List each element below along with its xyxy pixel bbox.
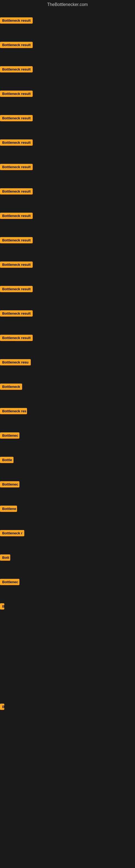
- list-item: Bottleneck r: [0, 530, 24, 537]
- bottleneck-badge[interactable]: Bottleneck result: [0, 335, 33, 341]
- list-item: B: [0, 704, 4, 711]
- list-item: Bottlenec: [0, 481, 19, 489]
- bottleneck-badge[interactable]: Bottleneck result: [0, 42, 33, 48]
- list-item: Bottleneck result: [0, 66, 33, 73]
- list-item: Bottlene: [0, 506, 17, 513]
- bottleneck-badge[interactable]: Bottlenec: [0, 481, 19, 488]
- list-item: Bottle: [0, 457, 13, 464]
- list-item: Bottleneck result: [0, 286, 33, 293]
- bottleneck-badge[interactable]: Bottle: [0, 457, 13, 463]
- bottleneck-badge[interactable]: Bottleneck res: [0, 408, 27, 414]
- bottleneck-badge[interactable]: Bottleneck result: [0, 115, 33, 121]
- list-item: Bottlenec: [0, 432, 19, 440]
- list-item: Bottleneck result: [0, 261, 33, 269]
- list-item: Bottleneck res: [0, 408, 27, 415]
- list-item: Bottlenec: [0, 579, 19, 586]
- list-item: Bottleneck resu: [0, 359, 31, 367]
- bottleneck-badge[interactable]: Bottleneck result: [0, 18, 33, 24]
- bottleneck-badge[interactable]: Bottlenec: [0, 432, 19, 439]
- list-item: Bottleneck result: [0, 335, 33, 342]
- bottleneck-badge[interactable]: Bott: [0, 554, 10, 561]
- list-item: Bottleneck result: [0, 188, 33, 195]
- bottleneck-badge[interactable]: Bottleneck result: [0, 286, 33, 292]
- bottleneck-badge[interactable]: Bottleneck result: [0, 213, 33, 219]
- bottleneck-badge[interactable]: Bottleneck result: [0, 310, 33, 316]
- list-item: Bottleneck result: [0, 115, 33, 122]
- list-item: Bottleneck result: [0, 18, 33, 25]
- bottleneck-badge[interactable]: Bottleneck result: [0, 140, 33, 146]
- bottleneck-badge[interactable]: Bottleneck result: [0, 188, 33, 194]
- list-item: Bott: [0, 554, 10, 562]
- list-item: Bottleneck result: [0, 237, 33, 244]
- list-item: Bottleneck result: [0, 42, 33, 49]
- bottleneck-badge[interactable]: Bottleneck result: [0, 164, 33, 170]
- bottleneck-badge[interactable]: Bottleneck result: [0, 66, 33, 72]
- site-title: TheBottlenecker.com: [0, 0, 135, 9]
- bottleneck-badge[interactable]: B: [0, 603, 4, 610]
- list-item: Bottleneck result: [0, 310, 33, 318]
- bottleneck-badge[interactable]: Bottleneck result: [0, 237, 33, 243]
- bottleneck-badge[interactable]: Bottleneck resu: [0, 359, 31, 365]
- list-item: Bottleneck: [0, 383, 22, 391]
- bottleneck-badge[interactable]: Bottleneck r: [0, 530, 24, 536]
- list-item: Bottleneck result: [0, 164, 33, 171]
- list-item: B: [0, 603, 4, 611]
- bottleneck-badge[interactable]: Bottleneck result: [0, 261, 33, 268]
- bottleneck-badge[interactable]: Bottlenec: [0, 579, 19, 585]
- bottleneck-badge[interactable]: B: [0, 704, 4, 710]
- bottleneck-badge[interactable]: Bottleneck: [0, 383, 22, 390]
- list-item: Bottleneck result: [0, 140, 33, 147]
- bottleneck-badge[interactable]: Bottleneck result: [0, 91, 33, 97]
- list-item: Bottleneck result: [0, 91, 33, 98]
- list-item: Bottleneck result: [0, 213, 33, 220]
- bottleneck-badge[interactable]: Bottlene: [0, 506, 17, 512]
